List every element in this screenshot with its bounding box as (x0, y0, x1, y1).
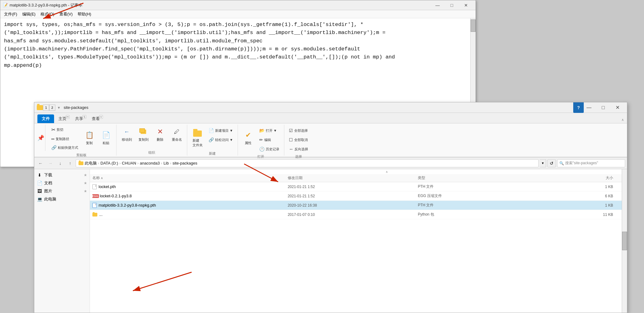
address-path-1: 此电脑 (85, 161, 97, 166)
file-area: ⬇ 下载 ★ 📄 文档 ★ 🖼 图片 ★ 💻 此电脑 ∧ (34, 169, 627, 313)
notepad-menu-help[interactable]: 帮助(H) (75, 11, 94, 18)
easy-access-icon: 🔗 (209, 137, 214, 142)
explorer-maximize-btn[interactable]: □ (596, 102, 610, 113)
refresh-btn[interactable]: ↺ (547, 159, 556, 167)
copy-path-btn[interactable]: ═ 复制路径 (49, 135, 80, 143)
paste-btn[interactable]: 📄 粘贴 (98, 125, 114, 150)
delete-btn[interactable]: ✕ 删除 (152, 125, 168, 144)
locket-pth-type: PTH 文件 (418, 184, 548, 189)
open-label: 打开 (257, 153, 264, 159)
nav-up-btn[interactable]: ↑ (66, 159, 74, 168)
nav-dropdown-btn[interactable]: ↓ (56, 159, 65, 168)
more-label: ... (99, 212, 103, 217)
notepad-menu-view[interactable]: 查看(V) (57, 11, 75, 18)
easy-access-btn[interactable]: 🔗 轻松访问 ▼ (206, 136, 235, 144)
locket-pth-icon (92, 184, 97, 189)
paste-shortcut-label: 粘贴快捷方式 (58, 145, 78, 150)
move-to-btn[interactable]: ← 移动到 (119, 125, 134, 144)
new-folder-icon (193, 128, 202, 138)
col-header-date[interactable]: 修改日期 (288, 175, 418, 181)
address-dropdown-btn[interactable]: ▼ (540, 159, 546, 167)
cut-icon: ✂ (51, 127, 55, 133)
more-folder-icon (92, 213, 97, 217)
pictures-label: 图片 (44, 188, 52, 194)
copy-to-btn[interactable]: 复制到 (136, 125, 151, 144)
pin-btn[interactable]: 📌 (36, 125, 45, 151)
file-row-locket-egg[interactable]: EGG locket-0.2.1-py3.8 2021-01-21 1:52 E… (90, 191, 622, 201)
new-item-btn[interactable]: 📄 新建项目 ▼ (206, 126, 235, 135)
file-row-more[interactable]: ... 2017-01-07 0:10 Python 包 11 KB (90, 210, 622, 219)
notepad-menu-file[interactable]: 文件(F) (2, 11, 20, 18)
ribbon-group-open: ✔ 属性 📂 打开 ▼ ✏ 编辑 🕐 历史记录 (238, 125, 284, 156)
rename-btn[interactable]: 🖊 重命名 (169, 125, 184, 144)
num-badges: 1 2 (43, 105, 55, 111)
ribbon-group-new: 新建文件夹 📄 新建项目 ▼ 🔗 轻松访问 ▼ 新建 (187, 125, 238, 156)
nav-bar: ← → ↓ ↑ 此电脑 › DATA (D:) › CHUAN › anacon… (34, 157, 627, 169)
tab-file[interactable]: 文件 (37, 114, 54, 123)
nav-forward-btn[interactable]: → (46, 159, 55, 168)
explorer-help-btn[interactable]: ? (573, 102, 584, 113)
open-items: ✔ 属性 📂 打开 ▼ ✏ 编辑 🕐 历史记录 (240, 125, 282, 153)
select-items: ☑ 全部选择 ☐ 全部取消 ↔ 反向选择 (287, 125, 310, 153)
col-header-type[interactable]: 类型 (418, 175, 548, 181)
file-row-locket-pth[interactable]: locket.pth 2021-01-21 1:52 PTH 文件 1 KB (90, 182, 622, 191)
search-bar[interactable]: 🔍 搜索"site-packages" (557, 159, 625, 167)
history-btn[interactable]: 🕐 历史记录 (257, 145, 282, 153)
ribbon-group-select: ☑ 全部选择 ☐ 全部取消 ↔ 反向选择 选择 (284, 125, 313, 156)
num-badge-2: 2 (49, 105, 55, 111)
address-path-3: CHUAN (122, 161, 136, 165)
file-row-matplotlib-pth[interactable]: matplotlib-3.3.2-py3.8-nspkg.pth 2020-10… (90, 201, 622, 210)
rename-icon: 🖊 (172, 127, 182, 137)
matplotlib-pth-type: PTH 文件 (418, 203, 548, 208)
notepad-menu-format[interactable]: 格式(O) (38, 11, 57, 18)
deselect-all-btn[interactable]: ☐ 全部取消 (287, 136, 310, 144)
address-bar[interactable]: 此电脑 › DATA (D:) › CHUAN › anaconda3 › Li… (76, 159, 539, 167)
invert-selection-btn[interactable]: ↔ 反向选择 (287, 145, 310, 153)
left-item-download[interactable]: ⬇ 下载 ★ (34, 171, 90, 179)
tab-share[interactable]: S 共享 (71, 114, 87, 123)
notepad-close-btn[interactable]: ✕ (459, 0, 473, 10)
select-all-label: 全部选择 (294, 128, 308, 133)
more-date: 2017-01-07 0:10 (288, 212, 418, 217)
docs-icon: 📄 (37, 180, 42, 186)
select-all-btn[interactable]: ☑ 全部选择 (287, 126, 310, 135)
left-item-pictures[interactable]: 🖼 图片 ★ (34, 187, 90, 195)
organize-label: 组织 (148, 149, 155, 155)
download-icon: ⬇ (37, 172, 42, 178)
properties-icon: ✔ (243, 130, 253, 140)
notepad-maximize-btn[interactable]: □ (445, 0, 459, 10)
cut-btn[interactable]: ✂ 剪切 (49, 125, 80, 134)
tab-view[interactable]: V 查看 (87, 114, 104, 123)
file-scrollbar[interactable] (622, 169, 627, 313)
copy-btn[interactable]: 📋 复制 (82, 125, 97, 150)
notepad-minimize-btn[interactable]: — (430, 0, 445, 10)
organize-items: ← 移动到 复制到 ✕ 删除 🖊 (119, 125, 184, 149)
edit-btn[interactable]: ✏ 编辑 (257, 136, 282, 144)
explorer-minimize-btn[interactable]: — (582, 102, 596, 113)
num-badge-1: 1 (43, 105, 49, 111)
notepad-scrollbar-thumb[interactable] (471, 19, 476, 32)
paste-shortcut-btn[interactable]: 🔗 粘贴快捷方式 (49, 144, 80, 152)
properties-btn[interactable]: ✔ 属性 (240, 125, 256, 150)
new-folder-btn[interactable]: 新建文件夹 (190, 125, 205, 150)
tab-home[interactable]: H 主页 (54, 114, 71, 123)
col-header-size[interactable]: 大小 (548, 175, 619, 181)
tab-home-shortcut: H (66, 115, 70, 119)
open-btn[interactable]: 📂 打开 ▼ (257, 126, 282, 135)
left-item-computer[interactable]: 💻 此电脑 (34, 195, 90, 203)
left-item-docs[interactable]: 📄 文档 ★ (34, 179, 90, 187)
explorer-close-btn[interactable]: ✕ (610, 102, 625, 113)
easy-access-label: 轻松访问 ▼ (215, 138, 233, 142)
address-folder-icon (78, 161, 83, 165)
notepad-menu-edit[interactable]: 编辑(E) (20, 11, 38, 18)
nav-back-btn[interactable]: ← (36, 159, 45, 168)
docs-label: 文档 (44, 180, 52, 186)
file-scrollbar-thumb[interactable] (622, 232, 627, 250)
notepad-titlebar: 📝 matplotlib-3.3.2-py3.8-nspkg.pth - 记事本… (0, 0, 476, 10)
history-icon: 🕐 (259, 147, 265, 152)
col-header-name[interactable]: 名称 (92, 175, 288, 181)
notepad-title: matplotlib-3.3.2-py3.8-nspkg.pth - 记事本 (10, 2, 430, 8)
search-placeholder: 搜索"site-packages" (565, 161, 598, 166)
ribbon-collapse-btn[interactable]: ∧ (621, 118, 624, 122)
locket-egg-size: 6 KB (548, 194, 619, 198)
